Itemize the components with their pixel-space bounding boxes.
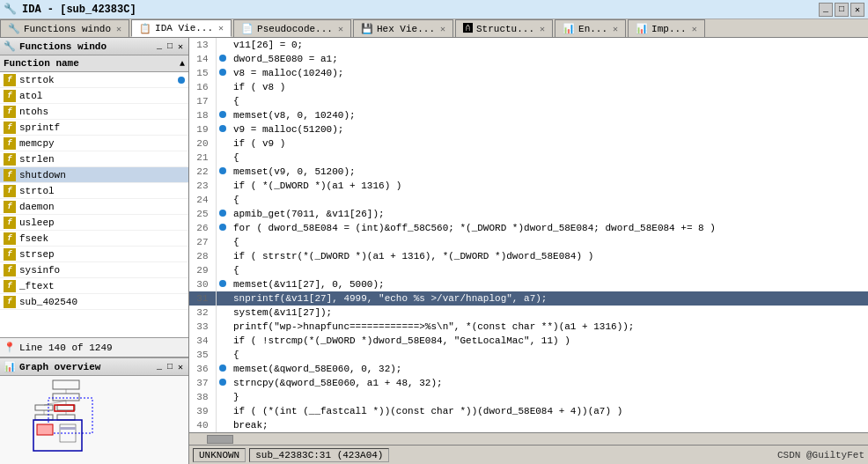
code-row[interactable]: 13v11[26] = 0; [189, 38, 868, 52]
function-item-icon: f [4, 169, 16, 181]
code-content: memset(v9, 0, 51200); [230, 165, 868, 179]
functions-minimize-btn[interactable]: _ [155, 41, 164, 51]
code-row[interactable]: 36 memset(&qword_58E060, 0, 32); [189, 362, 868, 376]
function-item-name: usleep [19, 217, 55, 228]
function-item-name: shutdown [19, 170, 66, 180]
tab-structures[interactable]: 🅰Structu...✕ [455, 19, 553, 37]
functions-title: Functions windo [19, 41, 153, 52]
code-row[interactable]: 21 { [189, 151, 868, 165]
code-row[interactable]: 18 memset(v8, 0, 10240); [189, 108, 868, 122]
function-list-item[interactable]: fsprintf [0, 120, 188, 136]
line-dot [216, 80, 230, 94]
function-list-item[interactable]: f_ftext [0, 278, 188, 294]
code-row[interactable]: 32 system(&v11[27]); [189, 306, 868, 320]
functions-float-btn[interactable]: □ [166, 41, 174, 51]
tab-hex-view[interactable]: 💾Hex Vie...✕ [353, 19, 453, 37]
title-bar-icon: 🔧 [4, 3, 17, 16]
scrollbar-thumb[interactable] [207, 435, 233, 444]
code-row[interactable]: 35 { [189, 348, 868, 362]
code-row[interactable]: 17{ [189, 94, 868, 108]
code-content: snprintf(&v11[27], 4999, "echo %s >/var/… [230, 291, 868, 306]
function-list-item[interactable]: fsysinfo [0, 262, 188, 278]
watermark: CSDN @GuiltyFet [777, 450, 864, 460]
function-list-item[interactable]: fntohs [0, 104, 188, 120]
code-table: 13v11[26] = 0;14dword_58E080 = a1;15v8 =… [189, 38, 868, 432]
function-list-item[interactable]: fatol [0, 88, 188, 104]
function-list-item[interactable]: ffseek [0, 231, 188, 247]
code-row[interactable]: 22 memset(v9, 0, 51200); [189, 165, 868, 179]
code-content: v8 = malloc(10240); [230, 66, 868, 80]
code-row[interactable]: 29 { [189, 263, 868, 277]
graph-minimize-btn[interactable]: _ [155, 362, 164, 372]
title-bar-title: IDA - [sub_42383C] [22, 4, 817, 16]
tab-pseudocode[interactable]: 📄Pseudocode...✕ [233, 19, 351, 37]
function-item-icon: f [4, 106, 16, 118]
line-info: 📍 Line 140 of 1249 [0, 337, 188, 357]
code-content: { [230, 193, 868, 207]
imports-tab-close[interactable]: ✕ [692, 24, 697, 34]
function-list-item[interactable]: fstrtol [0, 183, 188, 199]
function-item-name: atol [19, 91, 42, 101]
function-list-item[interactable]: fdaemon [0, 199, 188, 215]
functions-tab-close[interactable]: ✕ [116, 24, 121, 34]
functions-close-btn[interactable]: ✕ [176, 41, 185, 52]
scroll-up-icon[interactable]: ▲ [180, 59, 185, 69]
maximize-button[interactable]: □ [835, 3, 849, 17]
close-button[interactable]: ✕ [850, 3, 864, 17]
functions-tab-label: Functions windo [24, 24, 111, 34]
function-list-item[interactable]: fmemcpy [0, 136, 188, 151]
code-area[interactable]: 13v11[26] = 0;14dword_58E080 = a1;15v8 =… [189, 38, 868, 432]
line-dot [216, 249, 230, 263]
code-row[interactable]: 34 if ( !strcmp(*(_DWORD *)dword_58E084,… [189, 334, 868, 348]
enums-tab-close[interactable]: ✕ [613, 24, 618, 34]
code-row[interactable]: 16if ( v8 ) [189, 80, 868, 94]
hex-view-tab-close[interactable]: ✕ [440, 24, 445, 34]
code-row[interactable]: 40 break; [189, 418, 868, 432]
code-row[interactable]: 14dword_58E080 = a1; [189, 52, 868, 66]
code-row[interactable]: 15v8 = malloc(10240); [189, 66, 868, 80]
ida-view-tab-close[interactable]: ✕ [218, 23, 224, 33]
code-row[interactable]: 39 if ( (*(int (__fastcall *))(const cha… [189, 404, 868, 418]
code-row[interactable]: 19 v9 = malloc(51200); [189, 122, 868, 136]
code-content: v9 = malloc(51200); [230, 122, 868, 136]
line-dot [216, 390, 230, 404]
pseudocode-tab-icon: 📄 [241, 23, 254, 34]
line-dot [216, 122, 230, 136]
code-row[interactable]: 30 memset(&v11[27], 0, 5000); [189, 277, 868, 291]
tab-ida-view[interactable]: 📋IDA Vie...✕ [131, 19, 232, 37]
code-row[interactable]: 25 apmib_get(7011, &v11[26]); [189, 207, 868, 221]
code-row[interactable]: 27 { [189, 235, 868, 249]
code-row[interactable]: 23 if ( *(_DWORD *)(a1 + 1316) ) [189, 179, 868, 193]
line-dot [216, 193, 230, 207]
code-content: { [230, 235, 868, 249]
line-number: 37 [189, 376, 216, 390]
function-list-item[interactable]: fusleep [0, 215, 188, 231]
code-row[interactable]: 31 snprintf(&v11[27], 4999, "echo %s >/v… [189, 291, 868, 306]
function-list-item[interactable]: fstrsep [0, 247, 188, 262]
code-row[interactable]: 28 if ( strstr(*(_DWORD *)(a1 + 1316), *… [189, 249, 868, 263]
tab-imports[interactable]: 📊Imp...✕ [628, 19, 705, 37]
code-row[interactable]: 33 printf("wp->hnapfunc============>%s\n… [189, 320, 868, 334]
code-row[interactable]: 20 if ( v9 ) [189, 136, 868, 151]
graph-float-btn[interactable]: □ [166, 362, 174, 372]
structures-tab-close[interactable]: ✕ [540, 24, 545, 34]
function-item-icon: f [4, 232, 16, 245]
function-list-item[interactable]: fsub_402540 [0, 294, 188, 310]
function-list-item[interactable]: fstrlen [0, 151, 188, 167]
tab-functions[interactable]: 🔧Functions windo✕ [0, 19, 129, 37]
tab-enums[interactable]: 📊En...✕ [555, 19, 626, 37]
status-unknown: UNKNOWN [193, 448, 246, 462]
code-row[interactable]: 37 strncpy(&qword_58E060, a1 + 48, 32); [189, 376, 868, 390]
function-list-item[interactable]: fshutdown [0, 167, 188, 183]
code-row[interactable]: 38 } [189, 390, 868, 404]
pseudocode-tab-close[interactable]: ✕ [338, 24, 343, 34]
functions-tab-icon: 🔧 [8, 23, 20, 34]
svg-rect-16 [60, 427, 76, 430]
minimize-button[interactable]: _ [819, 3, 833, 17]
line-number: 30 [189, 277, 216, 291]
function-list-item[interactable]: fstrtok [0, 72, 188, 88]
code-row[interactable]: 24 { [189, 193, 868, 207]
code-row[interactable]: 26 for ( dword_58E084 = (int)&off_58C560… [189, 221, 868, 235]
horizontal-scrollbar[interactable] [189, 432, 868, 445]
graph-close-btn[interactable]: ✕ [176, 362, 185, 372]
